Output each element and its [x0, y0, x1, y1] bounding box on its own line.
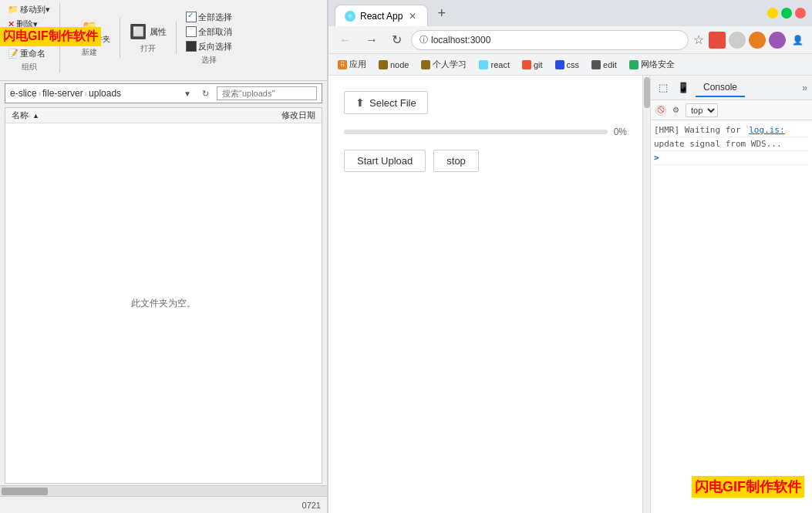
progress-percentage: 0%: [614, 127, 627, 137]
url-bar[interactable]: ⓘ localhost:3000: [411, 30, 689, 50]
browser-vertical-scrollbar[interactable]: [642, 76, 650, 513]
devtools-clear-button[interactable]: 🚫: [655, 105, 666, 116]
select-all-button[interactable]: 全部选择: [183, 11, 235, 24]
search-input[interactable]: [217, 86, 317, 100]
path-part-3: uploads: [89, 88, 121, 99]
progress-bar-track: [344, 130, 608, 134]
react-bookmark-icon: [479, 60, 488, 69]
devtools-console: [HMR] Waiting for log.is: update signal …: [651, 120, 812, 513]
react-bookmark-label: react: [490, 60, 509, 69]
browser-tab-react[interactable]: ⚛ React App ✕: [335, 5, 428, 26]
scrollbar-thumb[interactable]: [2, 488, 48, 495]
apps-bookmark-label: 应用: [349, 59, 366, 70]
browser-content: ⬆ Select File 0% Start Upload stop: [329, 76, 812, 513]
extension-icon-2[interactable]: [729, 32, 746, 49]
explorer-bottom-status: 0721: [0, 496, 327, 513]
console-hmr-text: [HMR] Waiting for: [654, 125, 746, 135]
select-file-label: Select File: [369, 97, 416, 109]
close-button[interactable]: [795, 8, 806, 19]
browser-omnibar: ← → ↻ ⓘ localhost:3000 ☆ 👤: [329, 26, 812, 54]
extension-icon-3[interactable]: [749, 32, 766, 49]
context-selector[interactable]: top: [686, 103, 718, 117]
column-name[interactable]: 名称 ▲: [12, 110, 238, 121]
css-bookmark-icon: [555, 60, 564, 69]
explorer-panel: 📁移动到▾ ✕删除▾ 📋复制到▾ 📝重命名 组织: [0, 0, 328, 513]
bookmark-react[interactable]: react: [476, 59, 512, 71]
network-security-label: 网络安全: [641, 59, 675, 70]
horizontal-scrollbar[interactable]: [0, 485, 327, 496]
new-tab-button[interactable]: +: [433, 4, 450, 23]
path-part-2: file-server: [42, 88, 83, 99]
back-button[interactable]: ←: [335, 32, 356, 49]
stop-label: stop: [446, 155, 466, 167]
browser-titlebar: ⚛ React App ✕ +: [329, 0, 812, 26]
bookmark-edit[interactable]: edit: [588, 59, 620, 71]
tab-close-button[interactable]: ✕: [407, 11, 418, 22]
devtools-toolbar: ⬚ 📱 Console »: [651, 76, 812, 100]
devtools-settings-button[interactable]: ⚙: [669, 104, 682, 116]
address-bar[interactable]: e-slice › file-server › uploads ▼ ↻: [5, 83, 322, 103]
tab-title: React App: [360, 11, 403, 22]
devtools-inspect-button[interactable]: ⬚: [655, 80, 671, 95]
console-prompt: >: [654, 153, 659, 163]
network-security-icon: [629, 60, 638, 69]
open-group-label: 打开: [140, 43, 156, 54]
extension-icon-1[interactable]: [709, 32, 726, 49]
personal-learning-label: 个人学习: [433, 59, 467, 70]
personal-learning-icon: [421, 60, 430, 69]
extension-icon-4[interactable]: [769, 32, 786, 49]
watermark-bottom: 闪电GIF制作软件: [692, 476, 804, 498]
bookmark-star-button[interactable]: ☆: [693, 32, 704, 47]
invert-select-button[interactable]: 反向选择: [183, 40, 235, 53]
bookmark-network-security[interactable]: 网络安全: [626, 57, 678, 72]
react-app-area: ⬆ Select File 0% Start Upload stop: [329, 76, 642, 513]
file-empty-message: 此文件夹为空。: [5, 123, 322, 483]
console-line-1: [HMR] Waiting for log.is:: [654, 123, 809, 137]
move-to-button[interactable]: 📁移动到▾: [5, 3, 53, 16]
git-bookmark-icon: [522, 60, 531, 69]
select-file-button[interactable]: ⬆ Select File: [344, 91, 428, 114]
devtools-more-button[interactable]: »: [802, 83, 807, 93]
properties-button[interactable]: 🔲 属性: [126, 22, 170, 42]
address-dropdown-button[interactable]: ▼: [180, 88, 194, 100]
bookmark-node[interactable]: node: [376, 59, 412, 71]
browser-panel: ⚛ React App ✕ + ← → ↻ ⓘ localhost:3000 ☆…: [328, 0, 812, 513]
console-tab[interactable]: Console: [696, 79, 745, 97]
css-bookmark-label: css: [567, 60, 580, 69]
start-upload-button[interactable]: Start Upload: [344, 150, 426, 172]
forward-button[interactable]: →: [361, 32, 382, 49]
browser-scrollbar-thumb[interactable]: [644, 77, 650, 108]
organize-group-label: 组织: [22, 62, 37, 73]
address-refresh-button[interactable]: ↻: [199, 87, 212, 100]
devtools-panel: ⬚ 📱 Console » 🚫 ⚙ top [HMR]: [650, 76, 812, 513]
apps-bookmark-icon: ⠿: [338, 60, 347, 69]
watermark-top: 闪电GIF制作软件: [0, 27, 101, 46]
start-upload-label: Start Upload: [357, 155, 413, 167]
address-path: e-slice › file-server › uploads: [10, 88, 176, 99]
minimize-button[interactable]: [767, 8, 778, 19]
bookmark-css[interactable]: css: [552, 59, 583, 71]
browser-action-icons: 👤: [709, 32, 806, 49]
url-text: localhost:3000: [431, 35, 680, 46]
ribbon-group-select: 全部选择 全部取消 反向选择 选择: [183, 11, 241, 66]
bookmark-git[interactable]: git: [519, 59, 546, 71]
node-bookmark-label: node: [390, 60, 409, 69]
devtools-device-button[interactable]: 📱: [674, 80, 692, 95]
profile-icon[interactable]: 👤: [789, 32, 806, 49]
column-date[interactable]: 修改日期: [238, 110, 315, 121]
node-bookmark-icon: [379, 60, 388, 69]
deselect-button[interactable]: 全部取消: [183, 25, 235, 39]
reload-button[interactable]: ↻: [387, 31, 406, 49]
bookmark-apps[interactable]: ⠿ 应用: [335, 57, 369, 72]
rename-button[interactable]: 📝重命名: [5, 47, 53, 60]
console-line-2: update signal from WDS...: [654, 137, 809, 151]
stop-button[interactable]: stop: [433, 150, 479, 172]
ribbon-group-open: 🔲 属性 打开: [126, 22, 177, 54]
window-controls: [767, 8, 806, 19]
progress-bar-container: 0%: [344, 127, 627, 137]
bookmarks-bar: ⠿ 应用 node 个人学习 react git css edit: [329, 54, 812, 76]
new-group-label: 新建: [82, 47, 97, 58]
bookmark-personal-learning[interactable]: 个人学习: [418, 57, 470, 72]
maximize-button[interactable]: [781, 8, 792, 19]
console-log-link[interactable]: log.is:: [749, 125, 784, 135]
